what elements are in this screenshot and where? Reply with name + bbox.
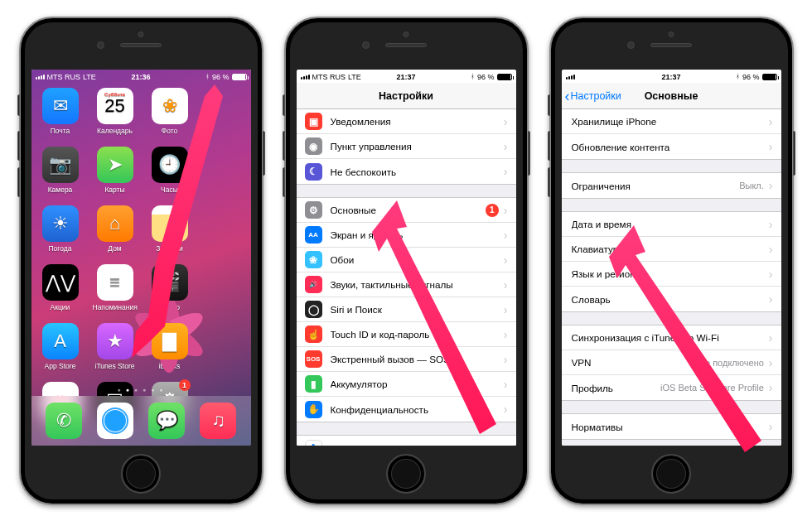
❀-icon: ❀ <box>305 251 322 268</box>
row-звуки-тактильные-сигналы[interactable]: 🔊Звуки, тактильные сигналы› <box>297 272 516 297</box>
app-дом[interactable]: ⌂Дом <box>93 205 138 253</box>
app-почта[interactable]: ✉Почта <box>38 88 83 135</box>
app-ibooks[interactable]: ▇iBooks <box>147 323 192 370</box>
chevron-right-icon: › <box>504 115 508 128</box>
chevron-right-icon: › <box>504 403 508 416</box>
app-напоминания[interactable]: ≡Напоминания <box>93 264 138 311</box>
navbar: ‹Настройки Основные <box>562 83 781 109</box>
phone-homescreen: MTS RUSLTE 21:36 ᚼ96 % ✉ПочтаСуб <box>19 17 263 505</box>
row-профиль[interactable]: ПрофильiOS Beta Software Profile› <box>562 375 781 400</box>
dock-app-safari[interactable] <box>93 403 138 439</box>
row-itunes-store-и-app-store[interactable]: AiTunes Store и App Store› <box>297 436 516 446</box>
SOS-icon: SOS <box>305 350 322 368</box>
app-часы[interactable]: 🕘Часы <box>147 147 192 194</box>
status-bar: MTS RUSLTE 21:36 ᚼ96 % <box>31 70 251 83</box>
dock-app-музыка[interactable]: ♫ <box>196 403 240 439</box>
row-ограничения[interactable]: ОграниченияВыкл.› <box>562 173 781 198</box>
row-touch-id-и-код-пароль[interactable]: ☝Touch ID и код-пароль› <box>297 322 516 347</box>
chevron-left-icon: ‹ <box>565 91 570 101</box>
status-time: 21:37 <box>562 73 781 81</box>
AA-icon: AA <box>305 226 322 244</box>
settings-list[interactable]: ▣Уведомления›◉Пункт управления›☾Не беспо… <box>297 109 516 446</box>
row-обновление-контента[interactable]: Обновление контента› <box>562 134 781 159</box>
row-хранилище-iphone[interactable]: Хранилище iPhone› <box>562 109 781 134</box>
row-словарь[interactable]: Словарь› <box>562 287 781 311</box>
chevron-right-icon: › <box>769 179 773 192</box>
chevron-right-icon: › <box>769 381 773 394</box>
row-не-беспокоить[interactable]: ☾Не беспокоить› <box>297 159 516 184</box>
dock-app-сообщения[interactable]: 💬 <box>144 403 189 439</box>
chevron-right-icon: › <box>769 140 773 153</box>
app-app store[interactable]: AApp Store <box>38 323 83 370</box>
navbar: Настройки <box>297 83 516 109</box>
chevron-right-icon: › <box>504 253 508 267</box>
⚙-icon: ⚙ <box>305 201 322 219</box>
chevron-right-icon: › <box>504 441 508 446</box>
chevron-right-icon: › <box>769 268 773 281</box>
chevron-right-icon: › <box>504 353 508 366</box>
row-конфиденциальность[interactable]: ✋Конфиденциальность› <box>297 397 516 422</box>
chevron-right-icon: › <box>504 328 508 341</box>
nav-back[interactable]: ‹Настройки <box>565 90 621 102</box>
navbar-title: Основные <box>645 90 698 102</box>
status-bar: 21:37 ᚼ96 % <box>562 70 781 83</box>
app-акции[interactable]: ⋀⋁Акции <box>38 264 83 311</box>
row-аккумулятор[interactable]: ▮Аккумулятор› <box>297 372 516 397</box>
home-button[interactable] <box>121 454 161 494</box>
app-grid: ✉ПочтаСуббота25Календарь❀Фото📷Камера➤Кар… <box>31 83 251 429</box>
app-видео[interactable]: 🎬Видео <box>147 264 192 311</box>
phone-settings-general: 21:37 ᚼ96 % ‹Настройки Основные Хранилищ… <box>549 17 794 505</box>
chevron-right-icon: › <box>504 378 508 391</box>
chevron-right-icon: › <box>504 165 508 178</box>
row-клавиатура[interactable]: Клавиатура› <box>562 237 781 262</box>
chevron-right-icon: › <box>769 331 773 345</box>
row-язык-и-регион[interactable]: Язык и регион› <box>562 262 781 287</box>
row-siri-и-поиск[interactable]: ◯Siri и Поиск› <box>297 297 516 322</box>
chevron-right-icon: › <box>769 115 773 128</box>
status-time: 21:36 <box>31 73 251 81</box>
◯-icon: ◯ <box>305 301 322 318</box>
✋-icon: ✋ <box>305 401 322 418</box>
dock: ✆💬♫ <box>31 396 251 446</box>
app-заметки[interactable]: Заметки <box>147 205 192 253</box>
app-карты[interactable]: ➤Карты <box>93 147 138 194</box>
A-icon: A <box>305 440 322 446</box>
status-time: 21:37 <box>297 73 516 81</box>
chevron-right-icon: › <box>769 292 773 306</box>
▣-icon: ▣ <box>305 113 322 130</box>
app-камера[interactable]: 📷Камера <box>38 147 83 194</box>
row-vpn[interactable]: VPNНе подключено› <box>562 350 781 375</box>
row-основные[interactable]: ⚙Основные1› <box>297 198 516 223</box>
row-синхронизация-с-itunes-по-wi-fi[interactable]: Синхронизация с iTunes по Wi-Fi› <box>562 326 781 350</box>
chevron-right-icon: › <box>504 140 508 153</box>
row-экран-и-яркость[interactable]: AAЭкран и яркость› <box>297 223 516 248</box>
navbar-title: Настройки <box>379 90 433 102</box>
chevron-right-icon: › <box>769 420 773 433</box>
🔊-icon: 🔊 <box>305 276 322 293</box>
chevron-right-icon: › <box>504 229 508 242</box>
svg-point-9 <box>104 410 126 432</box>
app-погода[interactable]: ☀Погода <box>38 205 83 253</box>
row-дата-и-время[interactable]: Дата и время› <box>562 212 781 237</box>
app-itunes store[interactable]: ★iTunes Store <box>93 323 138 370</box>
general-list[interactable]: Хранилище iPhone›Обновление контента›Огр… <box>562 109 781 446</box>
app-календарь[interactable]: Суббота25Календарь <box>93 88 138 135</box>
row-экстренный-вызов-sos[interactable]: SOSЭкстренный вызов — SOS› <box>297 347 516 372</box>
phone-row: MTS RUSLTE 21:36 ᚼ96 % ✉ПочтаСуб <box>0 0 812 516</box>
home-button[interactable] <box>651 454 691 494</box>
row-нормативы[interactable]: Нормативы› <box>562 414 781 439</box>
chevron-right-icon: › <box>769 243 773 256</box>
status-bar: MTS RUSLTE 21:37 ᚼ96 % <box>297 70 516 83</box>
page-dots: ● ● ● ● ● ● <box>31 387 251 393</box>
home-wallpaper: MTS RUSLTE 21:36 ᚼ96 % ✉ПочтаСуб <box>31 70 251 446</box>
app-фото[interactable]: ❀Фото <box>147 88 192 135</box>
home-button[interactable] <box>386 454 426 494</box>
☾-icon: ☾ <box>305 163 322 181</box>
☝-icon: ☝ <box>305 326 322 343</box>
dock-app-телефон[interactable]: ✆ <box>41 403 86 439</box>
row-обои[interactable]: ❀Обои› <box>297 248 516 272</box>
chevron-right-icon: › <box>504 278 508 292</box>
row-пункт-управления[interactable]: ◉Пункт управления› <box>297 134 516 159</box>
▮-icon: ▮ <box>305 375 322 393</box>
row-уведомления[interactable]: ▣Уведомления› <box>297 109 516 134</box>
